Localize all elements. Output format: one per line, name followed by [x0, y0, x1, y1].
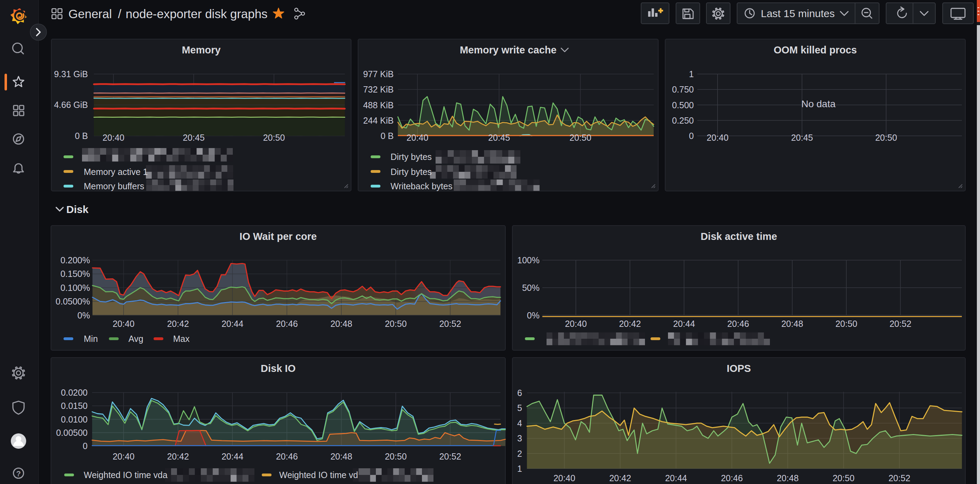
svg-text:/: / — [118, 7, 121, 21]
svg-text:?: ? — [16, 469, 21, 478]
svg-text:node-exporter disk graphs: node-exporter disk graphs — [126, 7, 268, 21]
svg-text:Last 15 minutes: Last 15 minutes — [761, 8, 835, 19]
svg-text:General: General — [68, 7, 112, 21]
